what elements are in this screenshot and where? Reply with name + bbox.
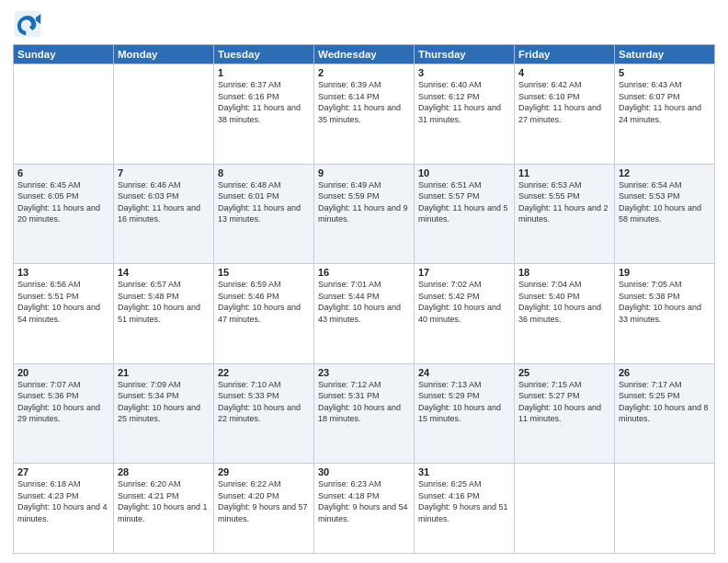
day-info: Sunrise: 7:04 AMSunset: 5:40 PMDaylight:… — [518, 279, 610, 325]
day-number: 13 — [17, 267, 109, 278]
day-number: 26 — [619, 367, 711, 378]
calendar-cell: 4Sunrise: 6:42 AMSunset: 6:10 PMDaylight… — [515, 64, 615, 165]
day-number: 8 — [218, 167, 310, 178]
calendar-cell: 26Sunrise: 7:17 AMSunset: 5:25 PMDayligh… — [615, 363, 715, 464]
calendar-cell: 25Sunrise: 7:15 AMSunset: 5:27 PMDayligh… — [515, 363, 615, 464]
calendar-cell — [515, 464, 615, 554]
day-number: 17 — [418, 267, 510, 278]
weekday-sunday: Sunday — [14, 45, 114, 64]
day-number: 22 — [218, 367, 310, 378]
page: SundayMondayTuesdayWednesdayThursdayFrid… — [0, 0, 728, 563]
day-info: Sunrise: 7:02 AMSunset: 5:42 PMDaylight:… — [418, 279, 510, 325]
calendar-cell: 6Sunrise: 6:45 AMSunset: 6:05 PMDaylight… — [14, 164, 114, 264]
day-info: Sunrise: 6:57 AMSunset: 5:48 PMDaylight:… — [118, 279, 210, 325]
day-info: Sunrise: 6:18 AMSunset: 4:23 PMDaylight:… — [17, 478, 109, 524]
calendar-cell: 1Sunrise: 6:37 AMSunset: 6:16 PMDaylight… — [214, 64, 314, 165]
day-info: Sunrise: 6:49 AMSunset: 5:59 PMDaylight:… — [318, 179, 410, 225]
week-row-1: 1Sunrise: 6:37 AMSunset: 6:16 PMDaylight… — [14, 64, 715, 165]
calendar-cell — [114, 64, 214, 165]
day-number: 25 — [518, 367, 610, 378]
day-number: 11 — [518, 167, 610, 178]
logo-icon — [13, 9, 42, 39]
day-info: Sunrise: 6:53 AMSunset: 5:55 PMDaylight:… — [518, 179, 610, 225]
day-info: Sunrise: 7:01 AMSunset: 5:44 PMDaylight:… — [318, 279, 410, 325]
day-number: 18 — [518, 267, 610, 278]
calendar-cell: 5Sunrise: 6:43 AMSunset: 6:07 PMDaylight… — [615, 64, 715, 165]
calendar-cell: 15Sunrise: 6:59 AMSunset: 5:46 PMDayligh… — [214, 264, 314, 364]
day-number: 24 — [418, 367, 510, 378]
calendar-cell: 14Sunrise: 6:57 AMSunset: 5:48 PMDayligh… — [114, 264, 214, 364]
day-number: 16 — [318, 267, 410, 278]
day-info: Sunrise: 6:56 AMSunset: 5:51 PMDaylight:… — [17, 279, 109, 325]
weekday-saturday: Saturday — [615, 45, 715, 64]
calendar-cell: 19Sunrise: 7:05 AMSunset: 5:38 PMDayligh… — [615, 264, 715, 364]
calendar-cell: 7Sunrise: 6:46 AMSunset: 6:03 PMDaylight… — [114, 164, 214, 264]
day-number: 20 — [17, 367, 109, 378]
day-number: 6 — [17, 167, 109, 178]
day-info: Sunrise: 6:20 AMSunset: 4:21 PMDaylight:… — [118, 478, 210, 524]
calendar-cell: 13Sunrise: 6:56 AMSunset: 5:51 PMDayligh… — [14, 264, 114, 364]
day-number: 27 — [17, 466, 109, 477]
logo — [13, 9, 44, 39]
calendar-table: SundayMondayTuesdayWednesdayThursdayFrid… — [13, 44, 715, 554]
calendar-cell: 31Sunrise: 6:25 AMSunset: 4:16 PMDayligh… — [415, 464, 515, 554]
day-number: 1 — [218, 67, 310, 78]
day-number: 31 — [418, 466, 510, 477]
calendar-cell: 28Sunrise: 6:20 AMSunset: 4:21 PMDayligh… — [114, 464, 214, 554]
day-number: 23 — [318, 367, 410, 378]
calendar-cell: 11Sunrise: 6:53 AMSunset: 5:55 PMDayligh… — [515, 164, 615, 264]
weekday-tuesday: Tuesday — [214, 45, 314, 64]
day-number: 29 — [218, 466, 310, 477]
day-number: 21 — [118, 367, 210, 378]
calendar-cell: 8Sunrise: 6:48 AMSunset: 6:01 PMDaylight… — [214, 164, 314, 264]
calendar-cell — [615, 464, 715, 554]
day-number: 3 — [418, 67, 510, 78]
calendar-cell: 9Sunrise: 6:49 AMSunset: 5:59 PMDaylight… — [314, 164, 415, 264]
header — [13, 9, 715, 39]
calendar-cell: 18Sunrise: 7:04 AMSunset: 5:40 PMDayligh… — [515, 264, 615, 364]
calendar-cell: 30Sunrise: 6:23 AMSunset: 4:18 PMDayligh… — [314, 464, 415, 554]
day-info: Sunrise: 6:37 AMSunset: 6:16 PMDaylight:… — [218, 79, 310, 125]
day-number: 4 — [518, 67, 610, 78]
day-number: 28 — [118, 466, 210, 477]
weekday-wednesday: Wednesday — [314, 45, 415, 64]
day-number: 7 — [118, 167, 210, 178]
day-number: 9 — [318, 167, 410, 178]
day-number: 30 — [318, 466, 410, 477]
week-row-2: 6Sunrise: 6:45 AMSunset: 6:05 PMDaylight… — [14, 164, 715, 264]
day-info: Sunrise: 6:42 AMSunset: 6:10 PMDaylight:… — [518, 79, 610, 125]
day-info: Sunrise: 6:23 AMSunset: 4:18 PMDaylight:… — [318, 478, 410, 524]
day-number: 5 — [619, 67, 711, 78]
day-info: Sunrise: 6:46 AMSunset: 6:03 PMDaylight:… — [118, 179, 210, 225]
day-info: Sunrise: 7:05 AMSunset: 5:38 PMDaylight:… — [619, 279, 711, 325]
calendar-cell: 24Sunrise: 7:13 AMSunset: 5:29 PMDayligh… — [415, 363, 515, 464]
day-info: Sunrise: 6:45 AMSunset: 6:05 PMDaylight:… — [17, 179, 109, 225]
day-number: 2 — [318, 67, 410, 78]
weekday-thursday: Thursday — [415, 45, 515, 64]
calendar-cell: 29Sunrise: 6:22 AMSunset: 4:20 PMDayligh… — [214, 464, 314, 554]
weekday-header-row: SundayMondayTuesdayWednesdayThursdayFrid… — [14, 45, 715, 64]
calendar-cell: 3Sunrise: 6:40 AMSunset: 6:12 PMDaylight… — [415, 64, 515, 165]
day-info: Sunrise: 7:13 AMSunset: 5:29 PMDaylight:… — [418, 379, 510, 425]
weekday-friday: Friday — [515, 45, 615, 64]
week-row-5: 27Sunrise: 6:18 AMSunset: 4:23 PMDayligh… — [14, 464, 715, 554]
calendar-cell — [14, 64, 114, 165]
calendar-cell: 21Sunrise: 7:09 AMSunset: 5:34 PMDayligh… — [114, 363, 214, 464]
day-info: Sunrise: 6:40 AMSunset: 6:12 PMDaylight:… — [418, 79, 510, 125]
calendar-cell: 17Sunrise: 7:02 AMSunset: 5:42 PMDayligh… — [415, 264, 515, 364]
day-info: Sunrise: 7:09 AMSunset: 5:34 PMDaylight:… — [118, 379, 210, 425]
day-number: 14 — [118, 267, 210, 278]
day-info: Sunrise: 6:48 AMSunset: 6:01 PMDaylight:… — [218, 179, 310, 225]
day-info: Sunrise: 6:43 AMSunset: 6:07 PMDaylight:… — [619, 79, 711, 125]
day-info: Sunrise: 6:51 AMSunset: 5:57 PMDaylight:… — [418, 179, 510, 225]
day-info: Sunrise: 6:59 AMSunset: 5:46 PMDaylight:… — [218, 279, 310, 325]
week-row-4: 20Sunrise: 7:07 AMSunset: 5:36 PMDayligh… — [14, 363, 715, 464]
week-row-3: 13Sunrise: 6:56 AMSunset: 5:51 PMDayligh… — [14, 264, 715, 364]
day-info: Sunrise: 6:25 AMSunset: 4:16 PMDaylight:… — [418, 478, 510, 524]
calendar-cell: 22Sunrise: 7:10 AMSunset: 5:33 PMDayligh… — [214, 363, 314, 464]
calendar-cell: 20Sunrise: 7:07 AMSunset: 5:36 PMDayligh… — [14, 363, 114, 464]
day-number: 12 — [619, 167, 711, 178]
day-info: Sunrise: 6:22 AMSunset: 4:20 PMDaylight:… — [218, 478, 310, 524]
calendar-cell: 27Sunrise: 6:18 AMSunset: 4:23 PMDayligh… — [14, 464, 114, 554]
calendar-cell: 12Sunrise: 6:54 AMSunset: 5:53 PMDayligh… — [615, 164, 715, 264]
